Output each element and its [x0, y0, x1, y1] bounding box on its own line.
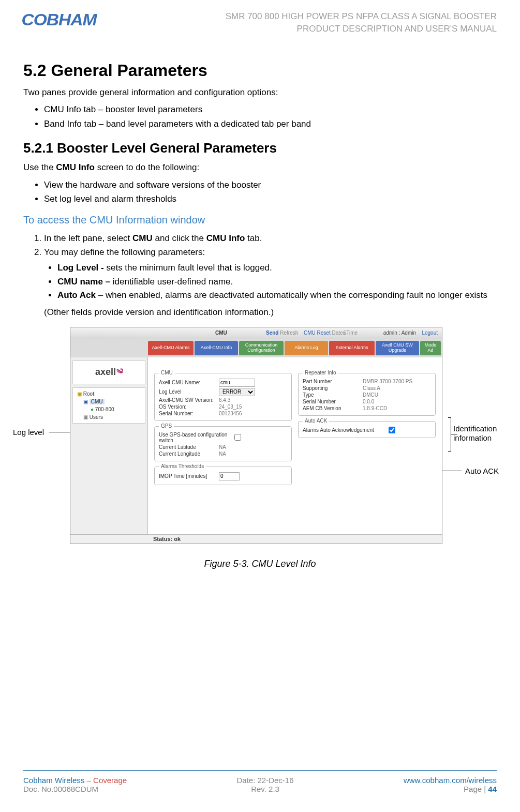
brand1: Cobham Wireless [23, 776, 84, 785]
k: Serial Number [303, 399, 360, 404]
footer-center: Date: 22-Dec-16 Rev. 2.3 [236, 776, 293, 793]
v: DMBR 3700-3700 PS [363, 379, 412, 384]
v: 6.4.3 [219, 397, 230, 403]
t: sets the minimum fault level that is log… [106, 263, 272, 273]
tab-mode[interactable]: Mode Ad [420, 341, 441, 355]
status-text: Status: ok [153, 536, 181, 542]
topbar-cmu-label: CMU [215, 330, 227, 336]
right-col: Repeater Info Part NumberDMBR 3700-3700 … [298, 373, 436, 438]
tree-band[interactable]: ● 700-800 [75, 405, 143, 413]
bullet-view-hw: View the hardware and software versions … [44, 178, 497, 192]
annot-identification: Identification information [453, 424, 510, 444]
screenshot: CMU Send Refresh CMU Reset Date&Time adm… [70, 327, 442, 544]
gps-group: GPS Use GPS-based configuration switch C… [154, 426, 292, 461]
send-link[interactable]: Send [266, 330, 278, 336]
tree-users[interactable]: ▣ Users [75, 413, 143, 421]
cobham-logo: COBHAM [22, 10, 97, 29]
refresh-link[interactable]: Refresh [280, 330, 298, 336]
left-col: CMU Axell-CMU Name: Log LevelERROR Axell… [154, 373, 292, 485]
v: 00123456 [219, 411, 242, 416]
rep-title: Repeater Info [303, 370, 338, 375]
brand2: Coverage [93, 776, 127, 785]
document-title: SMR 700 800 HIGH POWER PS NFPA CLASS A S… [226, 10, 497, 35]
shot-body: axell༄ ▣ Root: ▣ CMU ● 700-800 ▣ Users C… [70, 357, 442, 534]
section-intro: Two panes provide general information an… [23, 86, 497, 99]
k: Current Longitude [159, 451, 216, 457]
t: CMU [90, 399, 105, 404]
k: Current Latitude [159, 444, 216, 450]
tab-row: Axell-CMU Alarms Axell-CMU Info Communic… [70, 339, 442, 357]
steps-list: In the left pane, select CMU and click t… [44, 231, 497, 320]
tree: ▣ Root: ▣ CMU ● 700-800 ▣ Users [72, 387, 145, 424]
swirl-icon: ༄ [117, 366, 123, 379]
k: AEM CB Version [303, 405, 360, 411]
param-cmu-name: CMU name – identifiable user-defined nam… [57, 275, 497, 289]
t: Root: [83, 391, 96, 397]
page-label: Page | [464, 785, 488, 793]
k: Log Level [159, 389, 216, 395]
admin-label: admin : Admin [383, 330, 416, 336]
tab-comm-config[interactable]: Communication Configuration [239, 341, 284, 355]
v: Class A [363, 385, 380, 391]
k: Serial Number: [159, 411, 216, 416]
tree-cmu[interactable]: ▣ CMU [75, 398, 143, 405]
annot-auto-ack: Auto ACK [465, 467, 499, 476]
autoack-group: Auto ACK Alarms Auto Acknowledgement [298, 421, 436, 438]
dash: – [84, 776, 93, 785]
tab-alarms-log[interactable]: Alarms Log [285, 341, 328, 355]
datetime-link[interactable]: Date&Time [332, 330, 358, 336]
text: screen to do the following: [95, 162, 199, 172]
shot-topbar: CMU Send Refresh CMU Reset Date&Time adm… [70, 327, 442, 339]
page-footer: Cobham Wireless – Coverage Doc. No.00068… [23, 770, 497, 793]
subsection-heading: 5.2.1 Booster Level General Parameters [23, 140, 497, 156]
t: identifiable user-defined name. [113, 277, 233, 287]
param-auto-ack: Auto Ack – when enabled, alarms are deac… [57, 289, 497, 302]
v: NA [219, 451, 226, 457]
log-level-select[interactable]: ERROR [219, 388, 255, 396]
auto-ack-checkbox[interactable] [389, 427, 395, 433]
thresh-group: Alarms Thresholds IMOP Time [minutes] [154, 467, 292, 485]
gps-switch-checkbox[interactable] [234, 434, 241, 441]
footer-url[interactable]: www.cobham.com/wireless [404, 776, 497, 785]
gps-group-title: GPS [159, 423, 174, 429]
annot-log-level: Log level [13, 428, 44, 438]
footer-left: Cobham Wireless – Coverage Doc. No.00068… [23, 776, 127, 793]
v: 0.0.0 [363, 399, 374, 404]
footer-right: www.cobham.com/wireless Page | 44 [404, 776, 497, 793]
cmu-group-title: CMU [159, 370, 175, 375]
axell-logo: axell༄ [72, 360, 145, 384]
cmu-info-bold: CMU Info [56, 162, 95, 172]
page-number: 44 [488, 785, 497, 793]
repeater-group: Repeater Info Part NumberDMBR 3700-3700 … [298, 373, 436, 416]
b: CMU name – [57, 277, 113, 287]
tab-sw-upgrade[interactable]: Axell CMU SW Upgrade [376, 341, 419, 355]
t: Users [90, 414, 103, 420]
logout-link[interactable]: Logout [422, 330, 438, 336]
ack-title: Auto ACK [303, 418, 329, 424]
panels: CMU Axell-CMU Name: Log LevelERROR Axell… [148, 357, 442, 534]
section-heading: 5.2 General Parameters [23, 61, 497, 80]
b: Log Level - [57, 263, 106, 273]
v: NA [219, 444, 226, 450]
tab-ext-alarms[interactable]: External Alarms [329, 341, 375, 355]
tree-root[interactable]: ▣ Root: [75, 390, 143, 398]
text: tab. [245, 233, 262, 243]
subsection-intro: Use the CMU Info screen to do the follow… [23, 161, 497, 174]
footer-rev: Rev. 2.3 [236, 785, 293, 793]
access-heading: To access the CMU Information window [23, 214, 497, 226]
k: Use GPS-based configuration switch [159, 432, 231, 443]
bullet-set-log: Set log level and alarm thresholds [44, 192, 497, 206]
k: Part Number [303, 379, 360, 384]
subsection-bullets: View the hardware and software versions … [44, 178, 497, 206]
cmu-reset-link[interactable]: CMU Reset [304, 330, 331, 336]
doc-title-line1: SMR 700 800 HIGH POWER PS NFPA CLASS A S… [226, 10, 497, 23]
tab-cmu-info[interactable]: Axell-CMU Info [195, 341, 238, 355]
imop-input[interactable] [219, 472, 240, 480]
axell-text: axell [95, 367, 116, 378]
cmu-name-input[interactable] [219, 379, 255, 387]
tab-alarms[interactable]: Axell-CMU Alarms [148, 341, 194, 355]
section-bullets: CMU Info tab – booster level parameters … [44, 102, 497, 130]
param-log-level: Log Level - sets the minimum fault level… [57, 261, 497, 275]
k: Type [303, 392, 360, 398]
doc-title-line2: PRODUCT DESCRIPTION AND USER'S MANUAL [226, 23, 497, 35]
